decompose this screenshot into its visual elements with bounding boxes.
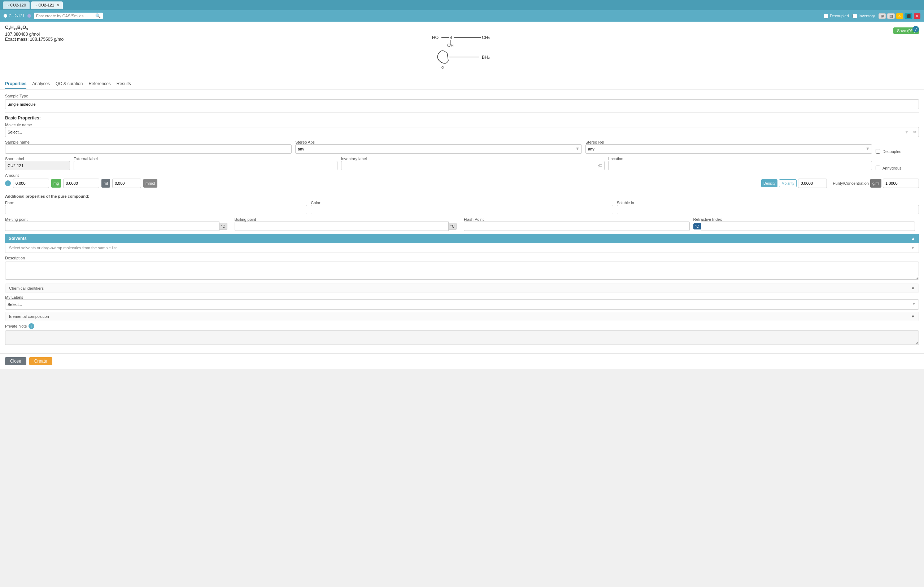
chemical-identifiers-section: Chemical identifiers ▼ <box>5 284 919 293</box>
flash-point-input[interactable] <box>464 221 690 231</box>
search-icon[interactable]: 🔍 <box>95 13 101 18</box>
decoupled-form-checkbox[interactable] <box>876 149 880 154</box>
elemental-composition-label: Elemental composition <box>9 314 49 318</box>
boiling-point-group: Boiling point °C <box>234 217 460 231</box>
amount-ml-input[interactable] <box>112 178 141 188</box>
amount-mg-input[interactable] <box>63 178 99 188</box>
svg-text:BH₃: BH₃ <box>482 55 490 60</box>
solvents-chevron-down-icon[interactable]: ▼ <box>911 245 915 251</box>
inventory-label-group: Inventory label 🏷 <box>341 157 605 170</box>
sample-type-label: Sample Type <box>5 94 919 98</box>
external-label-input[interactable] <box>74 161 337 170</box>
form-input[interactable] <box>5 205 307 214</box>
form-label: Form <box>5 201 307 205</box>
mg-unit-btn[interactable]: mg <box>51 179 61 188</box>
amount-input[interactable] <box>13 178 49 188</box>
close-header-btn[interactable]: ✕ <box>914 13 921 19</box>
ml-unit-btn[interactable]: ml <box>101 179 110 188</box>
stereo-rel-label: Stereo Rel <box>586 140 872 144</box>
svg-text:B: B <box>449 35 452 40</box>
stereo-rel-select[interactable]: anyabsrel <box>586 144 872 154</box>
solvents-label: Solvents <box>9 236 27 241</box>
anhydrous-checkbox[interactable] <box>876 166 880 170</box>
close-button[interactable]: Close <box>5 357 26 365</box>
breadcrumb-dot2 <box>27 14 31 18</box>
tab-qc-curation[interactable]: QC & curation <box>56 81 82 89</box>
color-input[interactable] <box>311 205 613 214</box>
decoupled-checkbox[interactable] <box>824 14 828 18</box>
soluble-in-input[interactable] <box>617 205 919 214</box>
density-group: Density Molarity <box>761 178 827 188</box>
amount-info-btn[interactable]: i <box>5 180 11 186</box>
density-input[interactable] <box>798 178 827 188</box>
refractive-index-input[interactable] <box>701 221 915 231</box>
info-btn-header[interactable]: ⬛ <box>904 13 912 19</box>
stereo-abs-group: Stereo Abs anyabsrel ▼ <box>295 140 582 154</box>
tab-label: CU2-121 <box>38 3 54 7</box>
layout-icon-btn[interactable]: ▤ <box>887 13 895 19</box>
tabs-navigation: Properties Analyses QC & curation Refere… <box>0 78 924 89</box>
density-btn[interactable]: Density <box>761 179 777 187</box>
boiling-point-label: Boiling point <box>234 217 460 221</box>
refractive-index-group: Refractive Index °C <box>693 217 919 231</box>
tab-properties[interactable]: Properties <box>5 81 26 89</box>
location-input[interactable] <box>608 161 872 170</box>
search-input[interactable] <box>36 14 94 18</box>
molecule-name-select[interactable]: Select... <box>5 127 919 137</box>
sample-name-input[interactable] <box>5 144 292 154</box>
boiling-point-input[interactable] <box>234 221 449 231</box>
molecule-info-left: C4H22B2O3 187.880480 g/mol Exact mass: 1… <box>5 25 64 42</box>
private-note-info-icon: i <box>28 323 34 329</box>
my-labels-label: My Labels <box>5 295 919 300</box>
description-textarea[interactable] <box>5 262 919 280</box>
svg-text:O: O <box>441 66 444 69</box>
elemental-composition-chevron-icon: ▼ <box>911 314 915 318</box>
sample-name-group: Sample name <box>5 140 292 154</box>
decoupled-checkbox-label: Decoupled <box>824 14 849 18</box>
boiling-celsius-unit: °C <box>449 223 457 230</box>
inventory-checkbox-label: Inventory <box>853 14 875 18</box>
purity-unit-btn[interactable]: g/ml <box>870 179 881 188</box>
private-note-textarea[interactable] <box>5 330 919 345</box>
create-button[interactable]: Create <box>29 357 52 365</box>
molecule-svg: HO B CH₃ OH BH₃ O <box>429 28 530 71</box>
purity-label: Purity/Concentration <box>833 181 869 185</box>
molecule-name-edit-icon[interactable]: ✏ <box>913 130 917 135</box>
search-box: 🔍 <box>34 13 103 19</box>
svg-text:CH₃: CH₃ <box>482 35 490 40</box>
tab-analyses[interactable]: Analyses <box>32 81 50 89</box>
sample-name-label: Sample name <box>5 140 292 144</box>
melting-point-input[interactable] <box>5 221 219 231</box>
tab-cu2-120[interactable]: ○ CU2-120 <box>3 2 30 9</box>
warning-btn[interactable]: ⚠ <box>896 13 903 19</box>
stereo-abs-select[interactable]: anyabsrel <box>295 144 582 154</box>
tab-references[interactable]: References <box>88 81 111 89</box>
elemental-composition-header[interactable]: Elemental composition ▼ <box>5 312 919 321</box>
tab-circle-icon: ○ <box>35 3 37 7</box>
grid-icon-btn[interactable]: ⊞ <box>878 13 886 19</box>
decoupled-form-label: Decoupled <box>883 149 902 154</box>
location-group: Location <box>608 157 872 170</box>
chemical-identifiers-header[interactable]: Chemical identifiers ▼ <box>5 284 919 293</box>
refractive-celsius-btn[interactable]: °C <box>693 223 701 229</box>
tab-label: CU2-120 <box>10 3 26 7</box>
description-label: Description <box>5 256 919 260</box>
inventory-label-input[interactable] <box>341 161 605 170</box>
page-info-icon[interactable]: ? <box>912 26 919 33</box>
molarity-btn[interactable]: Molarity <box>779 179 797 187</box>
my-labels-select[interactable]: Select... <box>5 300 919 310</box>
inventory-checkbox[interactable] <box>853 14 857 18</box>
form-content: Sample Type Single molecule Mixture Basi… <box>0 89 924 353</box>
short-label-input[interactable] <box>5 161 70 170</box>
sample-type-select[interactable]: Single molecule Mixture <box>5 99 919 109</box>
tab-cu2-121[interactable]: ○ CU2-121 × <box>31 2 63 9</box>
flash-point-group: Flash Point <box>464 217 690 231</box>
mmol-unit-btn[interactable]: mmol <box>143 179 157 188</box>
solvents-chevron-icon[interactable]: ▲ <box>911 236 915 241</box>
purity-input[interactable] <box>883 178 919 188</box>
tab-close-icon[interactable]: × <box>57 3 59 7</box>
tab-results[interactable]: Results <box>117 81 131 89</box>
tag-icon[interactable]: 🏷 <box>597 163 602 168</box>
short-label-group: Short label <box>5 157 70 170</box>
solvents-body: Select solvents or drag-n-drop molecules… <box>5 243 919 253</box>
